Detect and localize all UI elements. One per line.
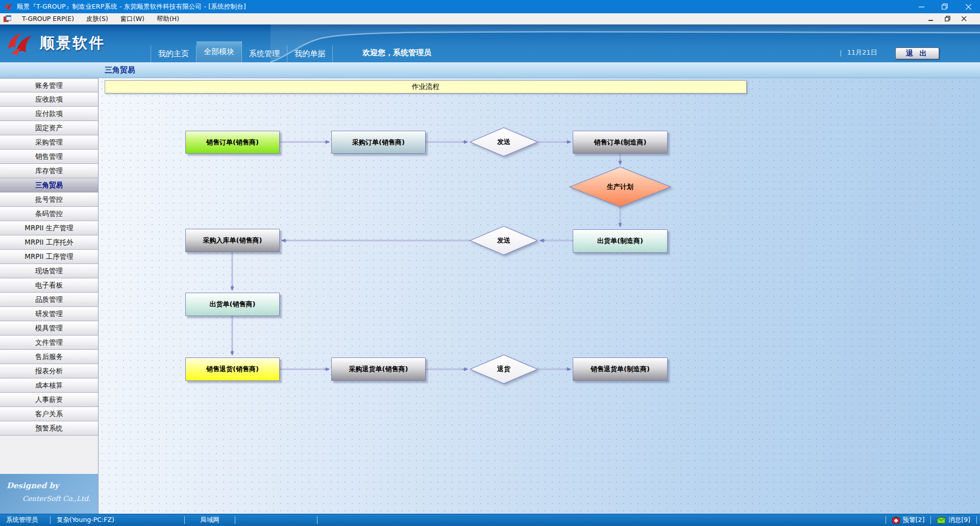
welcome-text: 欢迎您，系统管理员 xyxy=(362,48,431,58)
app-logo-icon xyxy=(4,2,13,11)
sidebar-item[interactable]: 固定资产 xyxy=(0,121,98,135)
brand: 顺景软件 xyxy=(6,32,105,55)
sidebar-footer: Designed by CenterSoft Co.,Ltd. xyxy=(0,474,98,514)
sidebar-list: 账务管理应收款项应付款项固定资产采购管理销售管理库存管理三角贸易批号管控条码管控… xyxy=(0,78,98,436)
menu-item[interactable]: T-GROUP ERP(E) xyxy=(16,13,80,24)
status-bar: 系统管理员 复杂(Young-PC:FZ) 局域网 预警[2] 消息[9] xyxy=(0,514,980,526)
company-text: CenterSoft Co.,Ltd. xyxy=(22,494,90,503)
sidebar-item[interactable]: 文件管理 xyxy=(0,336,98,350)
sidebar-item[interactable]: MRPII 工序管理 xyxy=(0,250,98,264)
shunjing-logo-icon xyxy=(6,32,35,55)
minimize-icon xyxy=(919,4,924,10)
brand-name: 顺景软件 xyxy=(40,33,105,54)
status-divider xyxy=(317,516,317,524)
sidebar-item[interactable]: 报表分析 xyxy=(0,364,98,378)
date-value: 11月21日 xyxy=(847,48,877,57)
window-title: 顺景『T-GROUP』制造业ERP系统 - 东莞顺景软件科技有限公司 - [系统… xyxy=(17,3,246,11)
flow-node-purchase-return-seller[interactable]: 采购退货单(销售商) xyxy=(331,357,426,381)
alerts-indicator[interactable]: 预警[2] xyxy=(886,514,931,526)
sidebar-item[interactable]: MRPII 生产管理 xyxy=(0,221,98,235)
flow-node-shipment-seller[interactable]: 出货单(销售商) xyxy=(185,293,280,316)
flow-node-sales-order-mfr[interactable]: 销售订单(制造商) xyxy=(573,131,668,154)
flow-node-send-2[interactable]: 发送 xyxy=(470,226,538,255)
sidebar-item[interactable]: 账务管理 xyxy=(0,78,98,92)
flow-title: 作业流程 xyxy=(105,80,747,93)
status-user: 系统管理员 xyxy=(0,514,50,526)
banner-swoosh-decoration xyxy=(0,25,980,62)
erp-window: 顺景『T-GROUP』制造业ERP系统 - 东莞顺景软件科技有限公司 - [系统… xyxy=(0,0,980,526)
os-titlebar: 顺景『T-GROUP』制造业ERP系统 - 东莞顺景软件科技有限公司 - [系统… xyxy=(0,0,980,13)
sidebar-item[interactable]: 应收款项 xyxy=(0,92,98,107)
window-close-button[interactable] xyxy=(957,0,980,13)
sidebar-item[interactable]: 销售管理 xyxy=(0,150,98,164)
flow-node-shipment-mfr[interactable]: 出货单(制造商) xyxy=(573,229,668,253)
content: 账务管理应收款项应付款项固定资产采购管理销售管理库存管理三角贸易批号管控条码管控… xyxy=(0,78,980,514)
restore-icon xyxy=(942,4,948,10)
sidebar-item[interactable]: 售后服务 xyxy=(0,350,98,364)
tab-my-documents[interactable]: 我的单据 xyxy=(287,45,333,62)
sidebar-item[interactable]: 客户关系 xyxy=(0,407,98,421)
sidebar-item[interactable]: 人事薪资 xyxy=(0,393,98,407)
message-envelope-icon xyxy=(937,517,945,523)
menu-item[interactable]: 帮助(H) xyxy=(151,13,185,24)
header-date: | 11月21日 xyxy=(840,48,877,57)
sidebar-item[interactable]: 模具管理 xyxy=(0,321,98,336)
flow-node-purchase-order-seller[interactable]: 采购订单(销售商) xyxy=(331,131,426,154)
flow-node-production-plan[interactable]: 生产计划 xyxy=(569,166,671,207)
status-empty-segment xyxy=(235,514,317,526)
status-network: 局域网 xyxy=(185,514,235,526)
menu-item[interactable]: 窗口(W) xyxy=(114,13,151,24)
status-divider xyxy=(976,516,977,524)
sidebar-item[interactable]: 品质管理 xyxy=(0,293,98,307)
sidebar-item[interactable]: 现场管理 xyxy=(0,264,98,278)
flow-node-return[interactable]: 退货 xyxy=(470,354,538,384)
window-restore-button[interactable] xyxy=(933,0,957,13)
status-machine: 复杂(Young-PC:FZ) xyxy=(51,514,184,526)
flow-node-sales-return-mfr[interactable]: 销售退货单(制造商) xyxy=(573,357,668,381)
messages-label: 消息[9] xyxy=(948,516,970,524)
tab-system-management[interactable]: 系统管理 xyxy=(242,45,287,62)
nav-tabs: 我的主页全部模块系统管理我的单据 xyxy=(151,40,333,62)
sidebar-item[interactable]: 预警系统 xyxy=(0,421,98,436)
menu-items: T-GROUP ERP(E)皮肤(S)窗口(W)帮助(H) xyxy=(16,13,185,24)
sidebar-item[interactable]: MRPII 工序托外 xyxy=(0,235,98,250)
date-separator: | xyxy=(840,49,842,57)
menu-bar: T-GROUP ERP(E)皮肤(S)窗口(W)帮助(H) xyxy=(0,13,980,25)
menu-item[interactable]: 皮肤(S) xyxy=(80,13,114,24)
flow-node-send-1[interactable]: 发送 xyxy=(470,127,538,157)
breadcrumb-bar: 三角贸易 xyxy=(0,62,980,78)
flow-canvas: 作业流程 销售订单(销售商)采购订单(销售商) 发送销售订单(制造商) 生产计划… xyxy=(99,78,980,514)
designed-by-text: Designed by xyxy=(7,481,59,490)
mdi-close-icon[interactable] xyxy=(962,16,967,21)
module-sidebar: 账务管理应收款项应付款项固定资产采购管理销售管理库存管理三角贸易批号管控条码管控… xyxy=(0,78,99,514)
exit-button[interactable]: 退 出 xyxy=(895,47,939,59)
breadcrumb: 三角贸易 xyxy=(105,65,135,75)
sidebar-item[interactable]: 采购管理 xyxy=(0,135,98,150)
window-minimize-button[interactable] xyxy=(910,0,933,13)
alert-kit-icon xyxy=(892,517,900,523)
sidebar-item[interactable]: 成本核算 xyxy=(0,378,98,393)
sidebar-item[interactable]: 库存管理 xyxy=(0,164,98,178)
flow-node-sales-order-seller[interactable]: 销售订单(销售商) xyxy=(185,131,280,154)
flow-node-purchase-receipt-seller[interactable]: 采购入库单(销售商) xyxy=(185,229,280,252)
mdi-minimize-icon[interactable] xyxy=(928,16,934,21)
close-icon xyxy=(966,4,971,10)
alerts-label: 预警[2] xyxy=(903,516,925,524)
mdi-child-window-icon xyxy=(4,15,11,22)
sidebar-item[interactable]: 研发管理 xyxy=(0,307,98,321)
flow-node-sales-return-seller[interactable]: 销售退货(销售商) xyxy=(185,357,280,381)
header-banner: 顺景软件 我的主页全部模块系统管理我的单据 欢迎您，系统管理员 | 11月21日… xyxy=(0,25,980,62)
messages-indicator[interactable]: 消息[9] xyxy=(931,514,976,526)
sidebar-item[interactable]: 条码管控 xyxy=(0,207,98,221)
sidebar-item[interactable]: 应付款项 xyxy=(0,107,98,121)
tab-my-home[interactable]: 我的主页 xyxy=(151,45,197,62)
sidebar-item[interactable]: 批号管控 xyxy=(0,193,98,207)
sidebar-item[interactable]: 电子看板 xyxy=(0,278,98,293)
tab-all-modules[interactable]: 全部模块 xyxy=(197,41,242,62)
sidebar-item[interactable]: 三角贸易 xyxy=(0,178,98,193)
mdi-restore-icon[interactable] xyxy=(945,16,950,21)
